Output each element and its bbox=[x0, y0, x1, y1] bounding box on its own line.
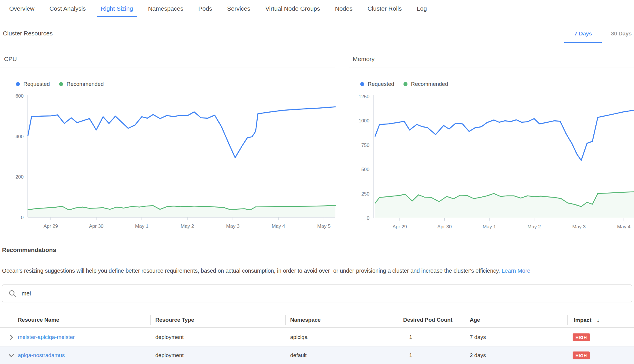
requested-legend-dot-icon bbox=[360, 82, 364, 86]
sort-desc-icon[interactable]: ↓ bbox=[597, 317, 599, 323]
resource-name-link[interactable]: meister-apiciqa-meister bbox=[18, 334, 75, 340]
column-header-resource-name[interactable]: Resource Name bbox=[18, 317, 59, 323]
cpu-line-chart: 0200400600Apr 29Apr 30May 1May 2May 3May… bbox=[0, 94, 337, 229]
memory-chart-title: Memory bbox=[349, 56, 634, 67]
cpu-chart-legend: RequestedRecommended bbox=[16, 81, 113, 87]
x-axis-tick-label: Apr 30 bbox=[89, 223, 103, 229]
active-range-underline bbox=[564, 42, 602, 43]
namespace-cell: default bbox=[290, 352, 307, 359]
legend-label: Recommended bbox=[67, 81, 104, 87]
y-axis-tick-label: 0 bbox=[367, 215, 369, 221]
tab-bar: OverviewCost AnalysisRight SizingNamespa… bbox=[0, 0, 634, 20]
table-header-row: Resource NameResource TypeNamespaceDesir… bbox=[0, 314, 634, 327]
tab-virtual-node-groups[interactable]: Virtual Node Groups bbox=[265, 5, 320, 18]
x-axis-tick-label: May 2 bbox=[527, 224, 541, 229]
legend-item-recommended[interactable]: Recommended bbox=[403, 81, 448, 87]
x-axis-tick-label: Apr 30 bbox=[437, 224, 452, 229]
recommended-legend-dot-icon bbox=[403, 82, 407, 86]
tab-log[interactable]: Log bbox=[417, 5, 427, 18]
column-divider bbox=[398, 315, 398, 325]
y-axis-tick-label: 1250 bbox=[358, 94, 369, 99]
recommendations-heading: Recommendations bbox=[2, 247, 56, 253]
cpu-chart: 0200400600Apr 29Apr 30May 1May 2May 3May… bbox=[0, 94, 337, 229]
impact-badge: HIGH bbox=[573, 333, 590, 341]
tab-nodes[interactable]: Nodes bbox=[335, 5, 353, 18]
column-header-namespace[interactable]: Namespace bbox=[290, 317, 321, 323]
resource-type-cell: deployment bbox=[155, 334, 184, 340]
tab-services[interactable]: Services bbox=[227, 5, 250, 18]
legend-item-requested[interactable]: Requested bbox=[16, 81, 50, 87]
x-axis-tick-label: May 1 bbox=[483, 224, 496, 229]
pod-count-cell: 1 bbox=[409, 352, 412, 359]
resource-type-cell: deployment bbox=[155, 352, 184, 359]
tab-right-sizing[interactable]: Right Sizing bbox=[101, 5, 133, 18]
search-input[interactable] bbox=[21, 290, 632, 297]
time-range-7-days[interactable]: 7 Days bbox=[574, 31, 592, 37]
x-axis-tick-label: Apr 29 bbox=[393, 224, 407, 229]
legend-item-requested[interactable]: Requested bbox=[360, 81, 394, 87]
x-axis-tick-label: May 3 bbox=[572, 224, 586, 229]
column-divider bbox=[150, 315, 151, 325]
x-axis-tick-label: May 4 bbox=[617, 224, 630, 229]
x-axis-tick-label: May 1 bbox=[135, 223, 148, 229]
x-axis-tick-label: May 2 bbox=[181, 223, 194, 229]
memory-chart-legend: RequestedRecommended bbox=[360, 81, 457, 87]
right-sizing-page: OverviewCost AnalysisRight SizingNamespa… bbox=[0, 0, 634, 364]
tab-cost-analysis[interactable]: Cost Analysis bbox=[50, 5, 86, 18]
y-axis-tick-label: 0 bbox=[21, 215, 24, 220]
age-cell: 7 days bbox=[470, 334, 486, 340]
time-range-30-days[interactable]: 30 Days bbox=[611, 31, 632, 37]
requested-legend-dot-icon bbox=[16, 82, 20, 86]
legend-label: Requested bbox=[368, 81, 394, 87]
legend-item-recommended[interactable]: Recommended bbox=[59, 81, 104, 87]
recommendations-divider bbox=[0, 263, 634, 263]
y-axis-tick-label: 400 bbox=[16, 134, 24, 139]
x-axis-tick-label: May 4 bbox=[272, 223, 285, 229]
tab-overview[interactable]: Overview bbox=[9, 5, 35, 18]
requested-series-line bbox=[28, 107, 335, 158]
namespace-cell: apiciqa bbox=[290, 334, 307, 340]
table-row[interactable]: meister-apiciqa-meisterdeploymentapiciqa… bbox=[0, 328, 634, 346]
column-header-resource-type[interactable]: Resource Type bbox=[155, 317, 194, 323]
search-box bbox=[2, 285, 632, 302]
learn-more-link[interactable]: Learn More bbox=[501, 268, 530, 274]
legend-label: Requested bbox=[23, 81, 50, 87]
y-axis-tick-label: 500 bbox=[361, 167, 369, 172]
chevron-right-icon[interactable] bbox=[7, 333, 15, 341]
tab-namespaces[interactable]: Namespaces bbox=[148, 5, 184, 18]
tab-pods[interactable]: Pods bbox=[198, 5, 212, 18]
y-axis-tick-label: 200 bbox=[16, 174, 24, 180]
column-header-desired-pod-count[interactable]: Desired Pod Count bbox=[403, 317, 452, 323]
legend-label: Recommended bbox=[411, 81, 448, 87]
cpu-chart-title: CPU bbox=[0, 56, 335, 67]
x-axis-tick-label: May 3 bbox=[226, 223, 239, 229]
column-header-age[interactable]: Age bbox=[470, 317, 480, 323]
x-axis-tick-label: May 5 bbox=[317, 223, 331, 229]
time-range-toggle: 7 Days30 Days bbox=[574, 31, 632, 37]
column-divider bbox=[464, 315, 464, 325]
chevron-down-icon[interactable] bbox=[7, 352, 15, 359]
tab-cluster-rolls[interactable]: Cluster Rolls bbox=[367, 5, 402, 18]
memory-chart: 025050075010001250Apr 29Apr 30May 1May 2… bbox=[349, 94, 634, 229]
x-axis-tick-label: Apr 29 bbox=[44, 223, 58, 229]
y-axis-tick-label: 1000 bbox=[358, 118, 369, 124]
age-cell: 2 days bbox=[470, 352, 486, 359]
memory-line-chart: 025050075010001250Apr 29Apr 30May 1May 2… bbox=[349, 94, 634, 229]
recommendations-description-text: Ocean's resizing suggestions will help y… bbox=[2, 268, 501, 274]
y-axis-tick-label: 600 bbox=[16, 94, 24, 99]
pod-count-cell: 1 bbox=[409, 334, 412, 340]
page-title: Cluster Resources bbox=[3, 30, 53, 37]
column-header-impact[interactable]: Impact↓ bbox=[574, 317, 599, 323]
section-divider bbox=[0, 43, 634, 43]
table-row[interactable]: apiqa-nostradamusdeploymentdefault12 day… bbox=[0, 346, 634, 364]
recommendations-description: Ocean's resizing suggestions will help y… bbox=[2, 268, 607, 274]
recommended-area bbox=[28, 206, 335, 218]
y-axis-tick-label: 250 bbox=[361, 191, 369, 197]
search-icon bbox=[9, 290, 16, 297]
y-axis-tick-label: 750 bbox=[361, 143, 369, 148]
resource-name-link[interactable]: apiqa-nostradamus bbox=[18, 352, 65, 359]
column-divider bbox=[285, 315, 286, 325]
recommended-legend-dot-icon bbox=[59, 82, 63, 86]
column-divider bbox=[567, 315, 568, 325]
impact-badge: HIGH bbox=[573, 352, 590, 359]
